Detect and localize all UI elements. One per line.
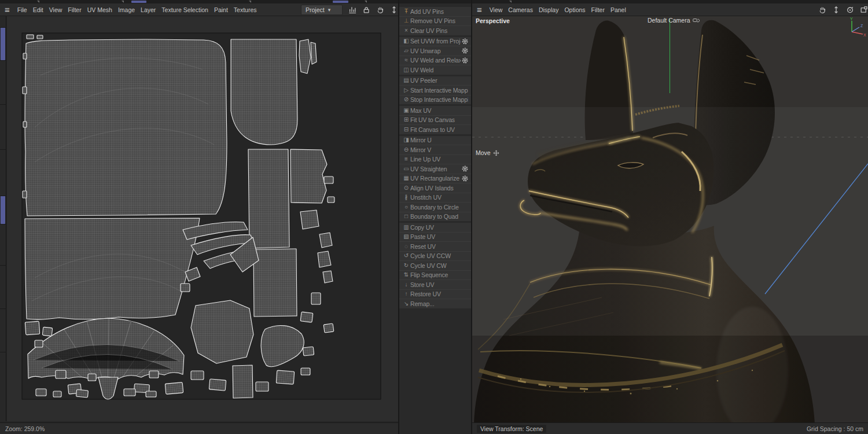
panel-corner-handle[interactable] bbox=[37, 1, 39, 3]
hand-pan-icon[interactable] bbox=[818, 6, 826, 14]
weld-icon: ◫ bbox=[402, 66, 410, 74]
uv-command-label: Start Interactive Mapping bbox=[410, 87, 468, 94]
panel-corner-handle[interactable] bbox=[365, 1, 367, 3]
menu-item-layer[interactable]: Layer bbox=[141, 6, 156, 13]
uv-command-start-interactive-mapping[interactable]: ▷Start Interactive Mapping bbox=[399, 85, 471, 95]
dock-tab-marker[interactable] bbox=[131, 1, 146, 3]
hamburger-menu-icon[interactable]: ≡ bbox=[5, 4, 10, 16]
uv-command-group: ▥Copy UV▧Paste UV◌Reset UV↺Cycle UV CCW↻… bbox=[399, 223, 471, 308]
mirror-v-icon: ⊖ bbox=[402, 146, 410, 154]
uv-command-label: Add UV Pins bbox=[410, 8, 468, 15]
uv-command-add-uv-pins[interactable]: ŦAdd UV Pins bbox=[399, 7, 471, 16]
fit-vertical-icon[interactable] bbox=[390, 6, 398, 14]
uv-command-max-uv[interactable]: ▣Max UV bbox=[399, 106, 471, 115]
hand-pan-icon[interactable] bbox=[376, 6, 384, 14]
menu-item-edit[interactable]: Edit bbox=[33, 6, 43, 13]
uv-command-clear-uv-pins[interactable]: ×Clear UV Pins bbox=[399, 25, 471, 35]
settings-gear-icon[interactable] bbox=[462, 175, 468, 182]
uv-command-label: Max UV bbox=[410, 107, 468, 114]
uv-command-label: Remove UV Pins bbox=[410, 17, 468, 24]
uv-command-label: Fit UV to Canvas bbox=[410, 116, 468, 123]
histogram-icon[interactable] bbox=[348, 6, 356, 14]
menu-item-options[interactable]: Options bbox=[564, 6, 585, 13]
panel-corner-handle[interactable] bbox=[122, 1, 124, 3]
uv-command-reset-uv[interactable]: ◌Reset UV bbox=[399, 241, 471, 251]
axis-gizmo[interactable]: Y Z X bbox=[845, 16, 867, 37]
uv-command-boundary-to-quad[interactable]: □Boundary to Quad bbox=[399, 212, 471, 222]
uv-command-restore-uv[interactable]: ↑Restore UV bbox=[399, 289, 471, 299]
settings-gear-icon[interactable] bbox=[462, 47, 468, 54]
mirror-u-icon: ◨ bbox=[402, 136, 410, 144]
menu-item-filter[interactable]: Filter bbox=[68, 6, 81, 13]
uv-command-flip-sequence[interactable]: ⇅Flip Sequence bbox=[399, 270, 471, 280]
fit-vertical-icon[interactable] bbox=[832, 6, 840, 14]
uv-command-mirror-u[interactable]: ◨Mirror U bbox=[399, 136, 471, 145]
uv-command-uv-straighten[interactable]: ▭UV Straighten bbox=[399, 164, 471, 174]
uv-command-group: ▤UV Peeler▷Start Interactive Mapping⊘Sto… bbox=[399, 76, 471, 105]
uv-command-uv-peeler[interactable]: ▤UV Peeler bbox=[399, 76, 471, 86]
uv-command-line-up-uv[interactable]: ≡Line Up UV bbox=[399, 155, 471, 164]
uv-command-align-uv-islands[interactable]: ⊙Align UV Islands bbox=[399, 183, 471, 193]
dock-tab-active[interactable] bbox=[1, 27, 5, 60]
menu-item-image[interactable]: Image bbox=[118, 6, 135, 13]
uv-command-uv-unwrap[interactable]: ▱UV Unwrap bbox=[399, 46, 471, 56]
menu-item-paint[interactable]: Paint bbox=[214, 6, 228, 13]
hamburger-menu-icon[interactable]: ≡ bbox=[477, 4, 482, 16]
orbit-rotate-icon[interactable] bbox=[846, 6, 854, 14]
clear-pins-icon: × bbox=[402, 27, 410, 35]
uv-command-label: Boundary to Quad bbox=[410, 213, 468, 220]
menu-item-panel[interactable]: Panel bbox=[610, 6, 626, 13]
lock-icon[interactable] bbox=[362, 6, 370, 14]
uv-command-unstitch-uv[interactable]: ∦Unstitch UV bbox=[399, 193, 471, 203]
uv-command-uv-weld[interactable]: ◫UV Weld bbox=[399, 65, 471, 75]
menu-item-filter[interactable]: Filter bbox=[591, 6, 605, 13]
uv-command-label: Stop Interactive Mapping bbox=[410, 96, 468, 103]
align-icon: ⊙ bbox=[402, 184, 410, 192]
uv-command-remap-[interactable]: ↘Remap... bbox=[399, 299, 471, 308]
menu-item-textures[interactable]: Textures bbox=[234, 6, 257, 13]
uv-command-paste-uv[interactable]: ▧Paste UV bbox=[399, 232, 471, 242]
uv-command-copy-uv[interactable]: ▥Copy UV bbox=[399, 223, 471, 232]
uv-command-set-uvw-from-projection[interactable]: ◧Set UVW from Projection bbox=[399, 37, 471, 46]
uv-command-cycle-uv-ccw[interactable]: ↺Cycle UV CCW bbox=[399, 251, 471, 261]
uv-command-label: Clear UV Pins bbox=[410, 27, 468, 34]
settings-gear-icon[interactable] bbox=[462, 38, 468, 45]
settings-gear-icon[interactable] bbox=[462, 165, 468, 172]
panel-corner-handle[interactable] bbox=[509, 1, 512, 3]
panel-corner-handle[interactable] bbox=[249, 1, 251, 3]
uv-command-stop-interactive-mapping[interactable]: ⊘Stop Interactive Mapping bbox=[399, 95, 471, 105]
menu-item-file[interactable]: File bbox=[17, 6, 27, 13]
uv-command-mirror-v[interactable]: ⊖Mirror V bbox=[399, 145, 471, 155]
menu-item-view[interactable]: View bbox=[49, 6, 62, 13]
uv-command-boundary-to-circle[interactable]: ○Boundary to Circle bbox=[399, 202, 471, 212]
perspective-viewport[interactable]: Perspective Default Camera Move Y Z X bbox=[472, 16, 868, 424]
dock-tab-active[interactable] bbox=[1, 196, 5, 224]
uv-command-uv-weld-and-relax[interactable]: ≈UV Weld and Relax bbox=[399, 56, 471, 65]
menu-item-view[interactable]: View bbox=[490, 6, 503, 13]
view-label[interactable]: Perspective bbox=[476, 17, 510, 24]
project-dropdown[interactable]: Project ▾ bbox=[301, 5, 343, 15]
left-dock-strip bbox=[0, 16, 6, 421]
uv-command-label: Restore UV bbox=[410, 290, 468, 297]
view-transform-status: View Transform: Scene bbox=[477, 425, 546, 433]
uv-command-store-uv[interactable]: ↓Store UV bbox=[399, 279, 471, 289]
uv-command-label: Paste UV bbox=[410, 233, 468, 240]
dock-tab-marker[interactable] bbox=[333, 1, 348, 3]
uv-command-fit-uv-to-canvas[interactable]: ⊞Fit UV to Canvas bbox=[399, 115, 471, 125]
uv-command-fit-canvas-to-uv[interactable]: ⊟Fit Canvas to UV bbox=[399, 124, 471, 134]
viewport-menubar: ≡ ViewCamerasDisplayOptionsFilterPanel bbox=[472, 3, 868, 16]
uv-command-remove-uv-pins[interactable]: ⊥Remove UV Pins bbox=[399, 16, 471, 26]
uv-texture-view[interactable] bbox=[7, 16, 398, 421]
menu-item-cameras[interactable]: Cameras bbox=[508, 6, 533, 13]
settings-gear-icon[interactable] bbox=[462, 57, 468, 64]
menu-item-display[interactable]: Display bbox=[539, 6, 558, 13]
window-maximize-icon[interactable] bbox=[860, 6, 868, 14]
stop-icon: ⊘ bbox=[402, 95, 410, 104]
uv-command-cycle-uv-cw[interactable]: ↻Cycle UV CW bbox=[399, 260, 471, 270]
menu-item-uv-mesh[interactable]: UV Mesh bbox=[87, 6, 112, 13]
uv-command-group: ŦAdd UV Pins⊥Remove UV Pins×Clear UV Pin… bbox=[399, 7, 471, 35]
restore-icon: ↑ bbox=[402, 290, 410, 298]
menu-item-texture-selection[interactable]: Texture Selection bbox=[161, 6, 208, 13]
uv-command-uv-rectangularize[interactable]: ▦UV Rectangularize bbox=[399, 174, 471, 183]
camera-label[interactable]: Default Camera bbox=[648, 17, 700, 24]
